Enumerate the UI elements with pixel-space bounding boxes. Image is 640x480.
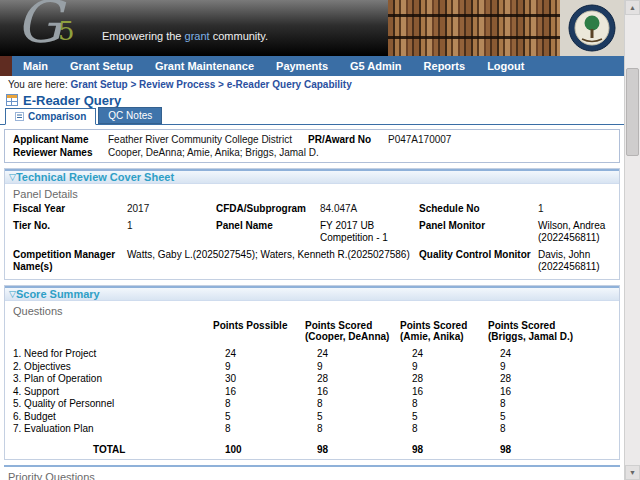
app-header: G 5 Empowering the grant community. xyxy=(0,0,624,56)
total-value: 98 xyxy=(305,444,400,457)
nav-item-reports[interactable]: Reports xyxy=(413,60,477,72)
scrollbar-thumb[interactable] xyxy=(626,68,639,156)
score-value: 9 xyxy=(400,361,488,374)
score-table-header-row: Points Possible Points Scored (Cooper, D… xyxy=(13,320,611,342)
main-nav: Main Grant Setup Grant Maintenance Payme… xyxy=(0,56,624,76)
tagline: Empowering the grant community. xyxy=(102,30,268,42)
page-content: G 5 Empowering the grant community. Main… xyxy=(0,0,624,480)
score-value: 8 xyxy=(305,398,400,411)
page-title: E-Reader Query xyxy=(23,93,121,108)
collapse-arrow-icon[interactable]: ▽ xyxy=(9,290,16,299)
column-header-points-scored-cooper: Points Scored (Cooper, DeAnna) xyxy=(305,320,400,342)
score-value: 24 xyxy=(488,348,611,361)
score-value: 5 xyxy=(305,411,400,424)
scrollbar-up-arrow[interactable]: ▲ xyxy=(625,0,640,15)
column-header-line1: Points Scored xyxy=(400,320,467,331)
score-value: 24 xyxy=(400,348,488,361)
panel-details-grid: Fiscal Year 2017 CFDA/Subprogram 84.047A… xyxy=(5,201,619,279)
tab-bar: Comparison QC Notes xyxy=(0,108,624,125)
score-value: 5 xyxy=(213,411,305,424)
nav-item-main[interactable]: Main xyxy=(12,60,59,72)
vertical-scrollbar[interactable]: ▲ ▼ xyxy=(624,0,640,480)
applicant-name-label: Applicant Name xyxy=(13,133,108,146)
score-row-label: 4. Support xyxy=(13,386,213,399)
reviewer-names-label: Reviewer Names xyxy=(13,146,108,159)
score-value: 9 xyxy=(488,361,611,374)
score-row-label: 6. Budget xyxy=(13,411,213,424)
panel-monitor-value: Wilson, Andrea (2022456811) xyxy=(538,220,611,244)
cfda-subprogram-label: CFDA/Subprogram xyxy=(216,203,316,215)
department-of-education-seal-icon xyxy=(568,4,616,52)
column-header-line2: (Briggs, Jamal D.) xyxy=(488,331,573,342)
breadcrumb-link-ereader-query-capability[interactable]: e-Reader Query Capability xyxy=(227,79,352,90)
applicant-name-value: Feather River Community College District xyxy=(108,133,308,146)
score-value: 24 xyxy=(305,348,400,361)
score-value: 28 xyxy=(305,373,400,386)
score-table-row: 6. Budget 5 5 5 5 xyxy=(13,411,611,424)
tab-comparison[interactable]: Comparison xyxy=(5,108,96,125)
column-header-line1: Points Possible xyxy=(213,320,287,331)
nav-item-payments[interactable]: Payments xyxy=(265,60,339,72)
score-value: 8 xyxy=(488,423,611,436)
breadcrumb-link-grant-setup[interactable]: Grant Setup xyxy=(70,79,127,90)
nav-item-g5-admin[interactable]: G5 Admin xyxy=(339,60,413,72)
score-value: 16 xyxy=(305,386,400,399)
score-summary-section-bar: ▽ Score Summary xyxy=(5,286,619,301)
score-table-row: 5. Quality of Personnel 8 8 8 8 xyxy=(13,398,611,411)
tab-comparison-label: Comparison xyxy=(28,111,86,122)
nav-item-grant-setup[interactable]: Grant Setup xyxy=(59,60,144,72)
fiscal-year-label: Fiscal Year xyxy=(13,203,123,215)
nav-item-grant-maintenance[interactable]: Grant Maintenance xyxy=(144,60,265,72)
cfda-subprogram-value: 84.047A xyxy=(320,203,415,215)
total-value: 98 xyxy=(400,444,488,457)
breadcrumb-separator: > xyxy=(130,79,136,90)
tab-qc-notes-label: QC Notes xyxy=(108,110,152,121)
competition-manager-value: Watts, Gaby L.(2025027545); Waters, Kenn… xyxy=(127,249,415,273)
score-row-label: 3. Plan of Operation xyxy=(13,373,213,386)
score-value: 16 xyxy=(213,386,305,399)
questions-label: Questions xyxy=(5,301,619,318)
tab-qc-notes[interactable]: QC Notes xyxy=(98,107,162,124)
score-value: 5 xyxy=(400,411,488,424)
score-row-label: 2. Objectives xyxy=(13,361,213,374)
column-header-points-possible: Points Possible xyxy=(213,320,305,342)
score-table-row: 1. Need for Project 24 24 24 24 xyxy=(13,348,611,361)
score-value: 8 xyxy=(213,423,305,436)
nav-item-logout[interactable]: Logout xyxy=(476,60,535,72)
cover-sheet-section-bar: ▽ Technical Review Cover Sheet xyxy=(5,169,619,184)
applicant-info-row-2: Reviewer Names Cooper, DeAnna; Amie, Ani… xyxy=(13,146,611,159)
score-value: 8 xyxy=(213,398,305,411)
pr-award-value: P047A170007 xyxy=(388,133,611,146)
score-table-row: 7. Evaluation Plan 8 8 8 8 xyxy=(13,423,611,436)
priority-questions-label: Priority Questions xyxy=(0,467,624,480)
ereader-query-page-icon xyxy=(6,94,18,106)
g5-application-window: G 5 Empowering the grant community. Main… xyxy=(0,0,640,480)
score-summary-section: ▽ Score Summary Questions Points Possibl… xyxy=(4,285,620,460)
panel-details-row-2: Tier No. 1 Panel Name FY 2017 UB Competi… xyxy=(13,220,611,244)
tagline-highlight: grant xyxy=(185,30,210,42)
panel-name-value: FY 2017 UB Competition - 1 xyxy=(320,220,415,244)
score-row-label: 1. Need for Project xyxy=(13,348,213,361)
score-value: 8 xyxy=(400,423,488,436)
breadcrumb: You are here: Grant Setup > Review Proce… xyxy=(0,76,624,91)
score-value: 24 xyxy=(213,348,305,361)
scrollbar-down-arrow[interactable]: ▼ xyxy=(625,465,640,480)
score-value: 16 xyxy=(488,386,611,399)
score-value: 16 xyxy=(400,386,488,399)
score-value: 8 xyxy=(305,423,400,436)
column-header-questions-empty xyxy=(13,320,213,342)
cover-sheet-section-title: Technical Review Cover Sheet xyxy=(16,171,174,183)
total-value: 98 xyxy=(488,444,611,457)
score-value: 28 xyxy=(488,373,611,386)
tagline-post: community. xyxy=(210,30,268,42)
score-summary-section-title: Score Summary xyxy=(16,288,100,300)
collapse-arrow-icon[interactable]: ▽ xyxy=(9,173,16,182)
panel-details-row-1: Fiscal Year 2017 CFDA/Subprogram 84.047A… xyxy=(13,203,611,215)
tier-no-value: 1 xyxy=(127,220,212,244)
tier-no-label: Tier No. xyxy=(13,220,123,244)
quality-control-monitor-label: Quality Control Monitor xyxy=(419,249,534,273)
comparison-tab-icon xyxy=(15,112,24,121)
breadcrumb-link-review-process[interactable]: Review Process xyxy=(139,79,215,90)
score-value: 30 xyxy=(213,373,305,386)
quality-control-monitor-value: Davis, John (2022456811) xyxy=(538,249,611,273)
